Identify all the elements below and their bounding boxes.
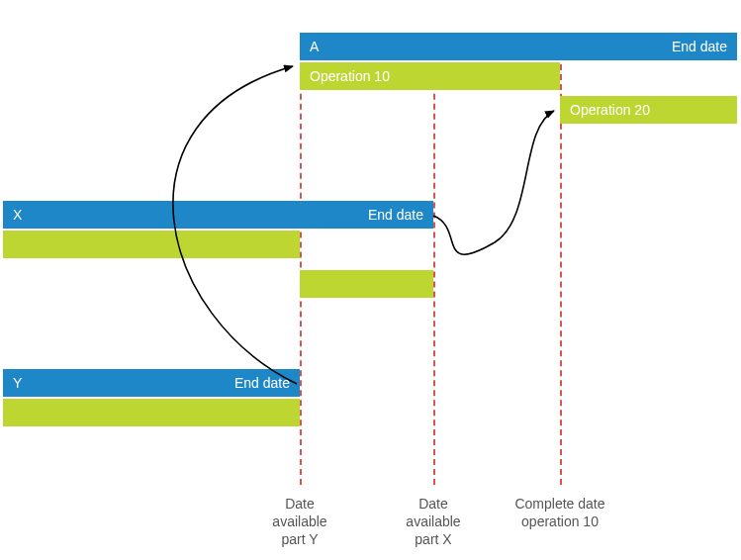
item-a-end-date-label: End date bbox=[672, 33, 727, 60]
operation-10-label: Operation 10 bbox=[310, 68, 390, 84]
item-y-end-date-label: End date bbox=[234, 369, 290, 397]
axis-label-date-available-part-x: Date available part X bbox=[384, 495, 483, 549]
item-a-label: A bbox=[310, 33, 319, 60]
item-y-label: Y bbox=[13, 369, 22, 397]
item-x-op2-bar bbox=[300, 270, 433, 298]
item-y-header: Y End date bbox=[3, 369, 300, 397]
arrow-x-to-op20 bbox=[433, 111, 554, 254]
item-x-end-date-label: End date bbox=[368, 201, 423, 229]
item-y-op1-bar bbox=[3, 399, 300, 426]
axis-label-date-available-part-y: Date available part Y bbox=[250, 495, 349, 549]
item-x-header: X End date bbox=[3, 201, 433, 229]
axis-label-complete-date-operation-10: Complete date operation 10 bbox=[501, 495, 619, 530]
item-x-op1-bar bbox=[3, 231, 300, 258]
operation-10-bar: Operation 10 bbox=[300, 62, 560, 90]
item-x-label: X bbox=[13, 201, 22, 229]
item-a-header: A End date bbox=[300, 33, 737, 60]
marker-date-available-part-x bbox=[433, 35, 435, 485]
operation-20-bar: Operation 20 bbox=[560, 96, 737, 124]
marker-date-available-part-y bbox=[300, 35, 302, 485]
operation-20-label: Operation 20 bbox=[570, 102, 650, 118]
scheduling-diagram: A End date Operation 10 Operation 20 X E… bbox=[0, 0, 741, 560]
